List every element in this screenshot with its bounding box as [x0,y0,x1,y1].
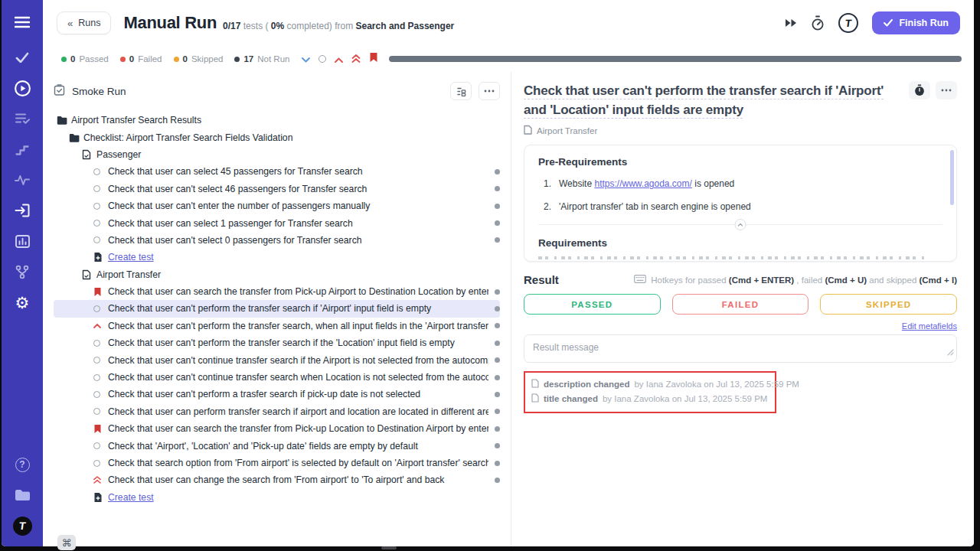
tree-row[interactable]: Check that user can perform transfer sea… [54,403,500,420]
priority-high-icon[interactable] [335,52,343,66]
collapse-handle[interactable] [735,219,746,230]
card-scrollbar-thumb[interactable] [950,150,954,205]
test-title-actions [909,81,957,99]
finish-run-button[interactable]: Finish Run [872,11,960,34]
integrations-branch-icon[interactable] [11,262,34,282]
reports-chart-icon[interactable] [11,231,34,251]
tree-row-label: Check that user can select 1 passenger f… [108,218,488,229]
chevron-down-blue-icon[interactable] [302,52,310,66]
edit-metafields-link[interactable]: Edit metafields [902,321,957,331]
priority-normal-icon [93,340,108,347]
tree-row-label: Check that user can select 45 passengers… [108,166,488,177]
tree-row-label: Create test [108,252,154,262]
tree-row-label: Check that user can search the transfer … [108,286,488,297]
milestones-steps-icon[interactable] [11,139,34,159]
app-window: ⚙ ? T « Runs Manual Run 0/17 tests ( 0% … [2,0,974,546]
test-title[interactable]: Check that user can't perform the transf… [524,81,941,119]
page-icon [531,393,539,404]
status-dot-icon [234,57,240,62]
create-test-icon [93,492,108,503]
timer-history-button[interactable] [811,15,825,31]
test-detail-panel: Check that user can't perform the transf… [511,72,974,546]
requirements-card: Pre-Requirements 1.Website https://www.a… [524,145,957,262]
external-link[interactable]: https://www.agoda.com/ [594,178,691,189]
profile-logo-t[interactable]: T [11,516,34,536]
result-message-input[interactable] [524,334,957,363]
tests-check-icon[interactable] [11,47,34,67]
priority-normal-icon [93,168,108,175]
tree-row[interactable]: Check that user can't enter the number o… [54,197,500,214]
tree-row-label: Check that user can't perform a trasfer … [108,389,488,399]
tree-row[interactable]: Airport Transfer [54,266,500,283]
test-plans-list-icon[interactable] [11,109,34,129]
runs-play-icon[interactable] [11,78,34,98]
status-button[interactable]: PASSED [524,294,661,315]
fast-forward-button[interactable] [785,18,797,28]
priority-blocker-bookmark-icon[interactable] [369,52,378,66]
tree-row-label: Check that user can change the search fr… [108,474,488,485]
settings-gear-icon[interactable]: ⚙ [11,292,34,312]
tree-row-label: Airport Transfer [96,269,500,280]
tree-row[interactable]: Check that user can change the search fr… [54,471,500,488]
tree-row[interactable]: Create test [54,489,500,506]
test-more-button[interactable] [936,81,957,99]
tree-row[interactable]: Check that search option from 'From airp… [54,455,500,471]
tree-row[interactable]: Check that user can't continue transfer … [54,351,500,368]
tree-row[interactable]: Check that user can't select 0 passenger… [54,232,500,249]
hotkey-segment: and skipped [867,276,919,285]
suite-label: Airport Transfer [537,126,597,135]
activity-pulse-icon[interactable] [11,170,34,190]
priority-normal-icon [93,408,108,415]
not-run-status-dot [495,409,500,414]
tree-row[interactable]: Check that 'Airport', 'Location' and 'Pi… [54,437,500,454]
tree-row[interactable]: Check that user can't perform a trasfer … [54,386,500,403]
window-resize-notch [381,546,397,549]
user-avatar[interactable]: T [838,13,858,33]
tree-row[interactable]: Airport Transfer Search Results [54,112,500,129]
tree-row[interactable]: Check that user can select 45 passengers… [54,163,500,180]
tree-row[interactable]: Check that user can select 1 passenger f… [54,214,500,231]
tree-row[interactable]: Check that user can't perform the transf… [54,300,500,317]
priority-normal-icon [93,391,108,398]
legend-item: 0Passed [61,54,109,64]
shared-entry-icon[interactable] [11,201,34,220]
not-run-status-dot [495,461,500,466]
tree-structure-button[interactable] [450,82,472,100]
tree-row[interactable]: Check that user can't continue transfer … [54,369,500,386]
status-button[interactable]: SKIPPED [820,294,957,315]
tree-row[interactable]: Check that user can't perform the transf… [54,334,500,351]
tree-row[interactable]: Check that user can't select 46 passenge… [54,181,500,197]
priority-highest-icon[interactable] [351,52,361,66]
tree-row-label: Check that 'Airport', 'Location' and 'Pi… [108,441,488,452]
not-run-status-dot [495,204,500,209]
priority-normal-icon[interactable] [318,55,326,63]
back-to-runs-button[interactable]: « Runs [57,11,111,34]
result-heading: Result [524,273,559,286]
tree-row[interactable]: Checklist: Airport Transfer Search Field… [54,129,500,145]
tree-row[interactable]: Passenger [54,146,500,163]
tree-row[interactable]: Check that user can search the transfer … [54,283,500,300]
status-button[interactable]: FAILED [672,294,809,315]
requirements-heading: Requirements [538,237,942,249]
prerequisite-item: 1.Website https://www.agoda.com/ is open… [542,178,942,189]
priority-normal-icon [93,305,108,312]
resize-grip-icon[interactable] [947,345,954,359]
tree-row[interactable]: Create test [54,249,500,266]
menu-icon[interactable] [11,12,34,32]
test-tree: Airport Transfer Search Results [43,107,511,510]
priority-blocker-bookmark-icon [93,424,108,434]
help-question-icon[interactable]: ? [11,455,34,474]
not-run-status-dot [495,306,500,311]
document-icon [524,125,532,136]
priority-normal-icon [93,442,108,449]
stopwatch-button[interactable] [909,81,930,99]
priority-blocker-bookmark-icon [93,287,108,297]
tree-row[interactable]: Check that user can search the transfer … [54,420,500,437]
command-key-badge: ⌘ [57,535,76,550]
tree-row[interactable]: Check that user can't perform the transf… [54,318,500,334]
result-header: Result Hotkeys for passed (Cmd + ENTER) … [524,273,957,286]
changelog-entry: description changed by Iana Zavoloka on … [531,377,767,392]
run-header: « Runs Manual Run 0/17 tests ( 0% comple… [43,0,974,46]
tree-more-button[interactable] [479,82,500,100]
projects-folder-icon[interactable] [11,485,34,505]
